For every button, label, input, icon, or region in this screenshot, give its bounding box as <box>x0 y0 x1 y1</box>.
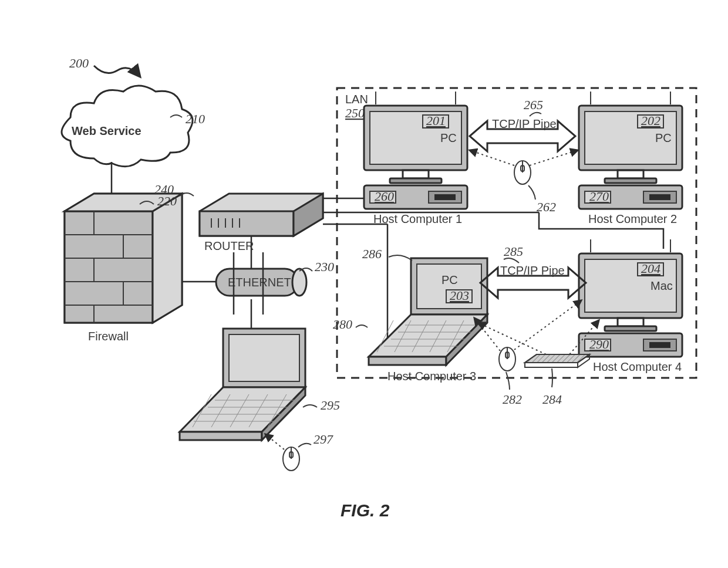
mouse-ext-icon <box>283 447 299 471</box>
pipe-bottom-label: TCP/IP Pipe <box>500 264 565 277</box>
figure-number-arrow <box>94 66 140 76</box>
ref-282: 282 <box>503 392 522 407</box>
host1-os: PC <box>440 131 457 144</box>
host-4: 204 Mac <box>579 239 682 331</box>
ref-270: 270 <box>589 189 609 204</box>
host-2: 202 PC <box>579 92 682 183</box>
mouse-top-icon <box>514 161 531 184</box>
host4-label: Host Computer 4 <box>593 360 682 373</box>
web-service-label: Web Service <box>72 124 141 137</box>
figure-number: 200 <box>69 56 89 70</box>
ref-290: 290 <box>589 337 609 351</box>
pipe-top-label: TCP/IP Pipe <box>492 117 557 130</box>
host2-os: PC <box>655 131 672 144</box>
ref-262: 262 <box>537 200 556 214</box>
figure-caption: FIG. 2 <box>341 501 390 520</box>
host3-os: PC <box>441 273 458 286</box>
svg-line-40 <box>470 150 514 165</box>
ref-240: 240 <box>154 182 174 197</box>
firewall-icon <box>65 194 182 323</box>
ethernet-icon: ETHERNET <box>216 269 306 296</box>
keyboard-icon <box>525 354 589 367</box>
web-service-cloud-icon: Web Service <box>62 86 193 167</box>
ref-285: 285 <box>504 244 523 259</box>
ref-286: 286 <box>362 246 382 261</box>
ref-265: 265 <box>524 97 543 112</box>
ref-204: 204 <box>641 261 660 276</box>
svg-point-28 <box>292 269 306 296</box>
ref-250: 250 <box>345 106 365 120</box>
router-icon <box>200 194 323 236</box>
lan-label: LAN <box>345 93 368 106</box>
ref-284: 284 <box>542 392 562 407</box>
ref-202: 202 <box>641 113 660 128</box>
host-3-laptop-icon: PC 203 <box>369 258 487 365</box>
host-1: 201 PC <box>364 92 467 183</box>
ethernet-label: ETHERNET <box>228 276 291 289</box>
router-label: ROUTER <box>204 239 254 252</box>
ref-201: 201 <box>426 113 446 128</box>
host4-os: Mac <box>651 279 673 292</box>
ref-295: 295 <box>321 398 340 413</box>
host2-label: Host Computer 2 <box>588 212 677 225</box>
network-diagram: 200 Web Service 210 220 Firewall ETHERNE… <box>0 0 728 568</box>
svg-line-52 <box>514 300 581 350</box>
ref-280: 280 <box>333 317 352 332</box>
mouse-bottom-icon <box>499 347 515 371</box>
svg-line-41 <box>530 150 578 165</box>
external-laptop-icon <box>180 329 305 440</box>
ref-297: 297 <box>314 432 333 447</box>
svg-line-65 <box>265 434 284 449</box>
ref-203: 203 <box>450 288 469 303</box>
ref-260: 260 <box>375 189 394 204</box>
ref-210: 210 <box>186 111 205 126</box>
host1-label: Host Computer 1 <box>373 212 462 225</box>
ref-230: 230 <box>315 259 334 274</box>
host3-label: Host Computer 3 <box>387 370 476 383</box>
firewall-label: Firewall <box>88 330 129 343</box>
